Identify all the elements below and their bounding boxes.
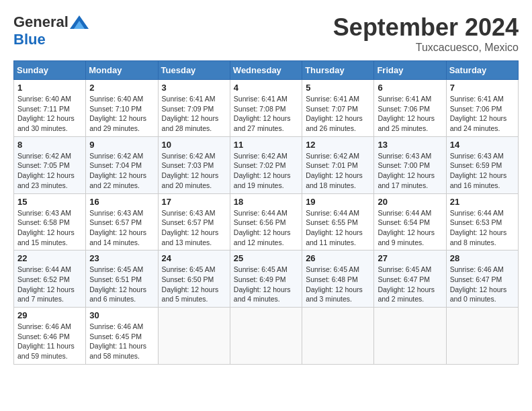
table-row: 19 Sunrise: 6:44 AMSunset: 6:55 PMDaylig… (302, 193, 374, 250)
table-row: 8 Sunrise: 6:42 AMSunset: 7:05 PMDayligh… (14, 136, 86, 193)
table-row (158, 308, 230, 365)
day-number: 17 (162, 197, 226, 207)
day-number: 7 (450, 83, 515, 93)
day-info: Sunrise: 6:43 AMSunset: 6:59 PMDaylight:… (450, 152, 507, 189)
table-row: 28 Sunrise: 6:46 AMSunset: 6:47 PMDaylig… (446, 250, 518, 308)
day-number: 20 (378, 197, 442, 207)
day-number: 27 (378, 253, 442, 263)
table-row: 2 Sunrise: 6:40 AMSunset: 7:10 PMDayligh… (86, 80, 158, 137)
day-number: 25 (234, 253, 298, 263)
day-number: 16 (89, 197, 154, 207)
day-number: 24 (162, 253, 226, 263)
table-row: 4 Sunrise: 6:41 AMSunset: 7:08 PMDayligh… (230, 80, 302, 137)
day-info: Sunrise: 6:44 AMSunset: 6:53 PMDaylight:… (450, 209, 507, 246)
month-title: September 2024 (333, 13, 519, 42)
day-info: Sunrise: 6:45 AMSunset: 6:48 PMDaylight:… (306, 265, 363, 303)
table-row: 20 Sunrise: 6:44 AMSunset: 6:54 PMDaylig… (374, 193, 446, 250)
day-number: 21 (450, 197, 515, 207)
table-row: 9 Sunrise: 6:42 AMSunset: 7:04 PMDayligh… (86, 136, 158, 193)
day-number: 29 (17, 310, 82, 320)
day-info: Sunrise: 6:43 AMSunset: 6:57 PMDaylight:… (162, 209, 219, 246)
day-number: 3 (162, 83, 226, 93)
table-row (302, 308, 374, 365)
day-number: 12 (306, 140, 370, 150)
day-info: Sunrise: 6:44 AMSunset: 6:54 PMDaylight:… (378, 209, 435, 246)
day-info: Sunrise: 6:46 AMSunset: 6:46 PMDaylight:… (17, 322, 75, 360)
table-row: 1 Sunrise: 6:40 AMSunset: 7:11 PMDayligh… (14, 80, 86, 137)
day-info: Sunrise: 6:42 AMSunset: 7:02 PMDaylight:… (234, 152, 291, 189)
day-number: 13 (378, 140, 442, 150)
day-info: Sunrise: 6:40 AMSunset: 7:11 PMDaylight:… (17, 95, 75, 132)
table-row: 25 Sunrise: 6:45 AMSunset: 6:49 PMDaylig… (230, 250, 302, 308)
day-number: 22 (17, 253, 82, 263)
title-block: September 2024 Tuxcacuesco, Mexico (333, 13, 519, 54)
table-row: 27 Sunrise: 6:45 AMSunset: 6:47 PMDaylig… (374, 250, 446, 308)
day-number: 4 (234, 83, 298, 93)
day-info: Sunrise: 6:41 AMSunset: 7:06 PMDaylight:… (378, 95, 435, 132)
table-row: 21 Sunrise: 6:44 AMSunset: 6:53 PMDaylig… (446, 193, 518, 250)
table-row: 15 Sunrise: 6:43 AMSunset: 6:58 PMDaylig… (14, 193, 86, 250)
day-info: Sunrise: 6:45 AMSunset: 6:50 PMDaylight:… (162, 265, 219, 303)
day-number: 19 (306, 197, 370, 207)
day-info: Sunrise: 6:44 AMSunset: 6:52 PMDaylight:… (17, 265, 75, 303)
day-info: Sunrise: 6:42 AMSunset: 7:05 PMDaylight:… (17, 152, 75, 189)
day-info: Sunrise: 6:42 AMSunset: 7:01 PMDaylight:… (306, 152, 363, 189)
table-row (374, 308, 446, 365)
day-info: Sunrise: 6:45 AMSunset: 6:49 PMDaylight:… (234, 265, 291, 303)
table-row: 11 Sunrise: 6:42 AMSunset: 7:02 PMDaylig… (230, 136, 302, 193)
day-number: 18 (234, 197, 298, 207)
day-info: Sunrise: 6:43 AMSunset: 6:57 PMDaylight:… (89, 209, 146, 246)
table-row: 22 Sunrise: 6:44 AMSunset: 6:52 PMDaylig… (14, 250, 86, 308)
day-number: 1 (17, 83, 82, 93)
day-info: Sunrise: 6:40 AMSunset: 7:10 PMDaylight:… (89, 95, 146, 132)
table-row: 3 Sunrise: 6:41 AMSunset: 7:09 PMDayligh… (158, 80, 230, 137)
day-number: 2 (89, 83, 154, 93)
table-row: 10 Sunrise: 6:42 AMSunset: 7:03 PMDaylig… (158, 136, 230, 193)
day-number: 9 (89, 140, 154, 150)
table-row: 26 Sunrise: 6:45 AMSunset: 6:48 PMDaylig… (302, 250, 374, 308)
table-row: 16 Sunrise: 6:43 AMSunset: 6:57 PMDaylig… (86, 193, 158, 250)
calendar-row-2: 8 Sunrise: 6:42 AMSunset: 7:05 PMDayligh… (14, 136, 519, 193)
day-number: 26 (306, 253, 370, 263)
logo: General Blue (13, 13, 89, 48)
day-number: 14 (450, 140, 515, 150)
day-number: 23 (89, 253, 154, 263)
day-number: 28 (450, 253, 515, 263)
table-row: 13 Sunrise: 6:43 AMSunset: 7:00 PMDaylig… (374, 136, 446, 193)
logo-general: General (13, 13, 69, 31)
calendar-row-1: 1 Sunrise: 6:40 AMSunset: 7:11 PMDayligh… (14, 80, 519, 137)
table-row: 30 Sunrise: 6:46 AMSunset: 6:45 PMDaylig… (86, 308, 158, 365)
day-info: Sunrise: 6:41 AMSunset: 7:06 PMDaylight:… (450, 95, 507, 132)
table-row: 7 Sunrise: 6:41 AMSunset: 7:06 PMDayligh… (446, 80, 518, 137)
day-number: 6 (378, 83, 442, 93)
table-row: 24 Sunrise: 6:45 AMSunset: 6:50 PMDaylig… (158, 250, 230, 308)
day-number: 5 (306, 83, 370, 93)
location: Tuxcacuesco, Mexico (333, 42, 519, 54)
day-info: Sunrise: 6:43 AMSunset: 6:58 PMDaylight:… (17, 209, 75, 246)
table-row: 12 Sunrise: 6:42 AMSunset: 7:01 PMDaylig… (302, 136, 374, 193)
table-row: 6 Sunrise: 6:41 AMSunset: 7:06 PMDayligh… (374, 80, 446, 137)
day-info: Sunrise: 6:44 AMSunset: 6:55 PMDaylight:… (306, 209, 363, 246)
table-row: 14 Sunrise: 6:43 AMSunset: 6:59 PMDaylig… (446, 136, 518, 193)
calendar-row-5: 29 Sunrise: 6:46 AMSunset: 6:46 PMDaylig… (14, 308, 519, 365)
day-info: Sunrise: 6:46 AMSunset: 6:45 PMDaylight:… (89, 322, 146, 360)
calendar-row-3: 15 Sunrise: 6:43 AMSunset: 6:58 PMDaylig… (14, 193, 519, 250)
day-info: Sunrise: 6:41 AMSunset: 7:08 PMDaylight:… (234, 95, 291, 132)
calendar: Sunday Monday Tuesday Wednesday Thursday… (13, 60, 519, 365)
table-row (446, 308, 518, 365)
calendar-header-row: Sunday Monday Tuesday Wednesday Thursday… (14, 61, 519, 80)
day-number: 15 (17, 197, 82, 207)
day-info: Sunrise: 6:42 AMSunset: 7:03 PMDaylight:… (162, 152, 219, 189)
day-info: Sunrise: 6:41 AMSunset: 7:09 PMDaylight:… (162, 95, 219, 132)
col-wednesday: Wednesday (230, 61, 302, 80)
table-row: 23 Sunrise: 6:45 AMSunset: 6:51 PMDaylig… (86, 250, 158, 308)
logo-icon (70, 15, 89, 29)
table-row: 18 Sunrise: 6:44 AMSunset: 6:56 PMDaylig… (230, 193, 302, 250)
col-sunday: Sunday (14, 61, 86, 80)
day-info: Sunrise: 6:45 AMSunset: 6:47 PMDaylight:… (378, 265, 435, 303)
day-number: 8 (17, 140, 82, 150)
table-row: 5 Sunrise: 6:41 AMSunset: 7:07 PMDayligh… (302, 80, 374, 137)
day-number: 30 (89, 310, 154, 320)
page-header: General Blue September 2024 Tuxcacuesco,… (13, 13, 519, 54)
day-number: 11 (234, 140, 298, 150)
